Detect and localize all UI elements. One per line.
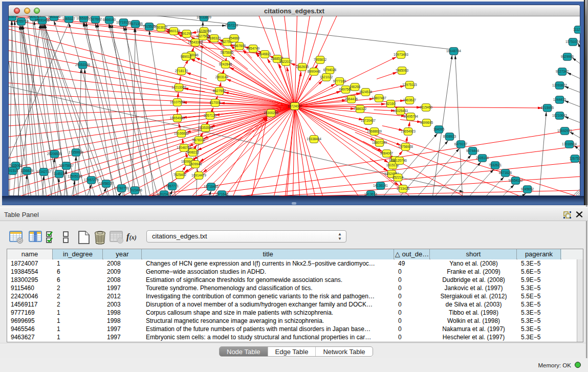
svg-text:746266: 746266 [349, 85, 360, 89]
svg-text:7625402: 7625402 [173, 173, 186, 177]
svg-text:1413614: 1413614 [364, 192, 377, 196]
svg-text:19654983: 19654983 [170, 116, 185, 120]
svg-text:16120746: 16120746 [392, 159, 407, 162]
svg-text:19338454: 19338454 [307, 137, 321, 141]
svg-text:9115460: 9115460 [420, 105, 432, 109]
svg-text:2718170: 2718170 [175, 69, 188, 73]
svg-text:5498222: 5498222 [186, 150, 199, 154]
svg-text:16107553: 16107553 [170, 100, 185, 104]
svg-text:15692971: 15692971 [557, 129, 572, 133]
svg-text:10025453: 10025453 [393, 109, 408, 113]
svg-text:19654923: 19654923 [401, 129, 416, 133]
svg-text:2803144: 2803144 [215, 75, 228, 79]
svg-text:14136141: 14136141 [373, 184, 388, 187]
svg-text:25053346: 25053346 [75, 63, 90, 67]
svg-text:7955812: 7955812 [313, 58, 326, 61]
svg-text:1405571: 1405571 [9, 16, 19, 18]
svg-text:9463627: 9463627 [403, 98, 416, 102]
svg-text:15716485: 15716485 [204, 185, 219, 188]
svg-text:10654112: 10654112 [508, 179, 523, 182]
svg-text:3267130: 3267130 [203, 114, 216, 117]
svg-text:9242848: 9242848 [219, 62, 232, 66]
svg-text:1621022: 1621022 [319, 75, 333, 79]
svg-text:15720407: 15720407 [361, 119, 376, 122]
svg-text:16210643: 16210643 [552, 114, 567, 117]
svg-text:8471626: 8471626 [498, 171, 512, 174]
svg-text:16495794: 16495794 [403, 115, 418, 118]
svg-text:817006: 817006 [209, 101, 221, 104]
svg-text:8186323: 8186323 [207, 36, 221, 40]
svg-text:18724007: 18724007 [287, 104, 302, 108]
svg-text:10688609: 10688609 [367, 129, 382, 133]
svg-text:16033809: 16033809 [197, 16, 211, 19]
svg-text:111213: 111213 [573, 28, 580, 31]
svg-text:16671355: 16671355 [128, 22, 143, 26]
svg-text:8960124: 8960124 [167, 29, 180, 33]
svg-text:1156829: 1156829 [20, 169, 33, 172]
svg-text:6466160: 6466160 [102, 18, 116, 21]
svg-text:6794028: 6794028 [323, 68, 336, 72]
svg-text:9329966: 9329966 [560, 55, 574, 58]
svg-text:19756928: 19756928 [398, 145, 413, 148]
svg-text:10973493: 10973493 [394, 53, 408, 56]
svg-text:8427552: 8427552 [212, 89, 226, 93]
svg-text:8454749: 8454749 [246, 47, 259, 50]
svg-text:2935114: 2935114 [476, 156, 489, 160]
svg-text:5878332: 5878332 [192, 138, 205, 142]
svg-text:8215955: 8215955 [540, 106, 554, 110]
svg-text:1065326: 1065326 [47, 16, 60, 18]
svg-text:9146821: 9146821 [258, 52, 271, 56]
svg-text:9474444: 9474444 [466, 149, 479, 152]
svg-text:62160: 62160 [386, 102, 395, 105]
svg-text:5322037: 5322037 [279, 60, 292, 63]
svg-text:891295: 891295 [181, 32, 192, 35]
svg-text:252214: 252214 [392, 176, 403, 179]
svg-text:114519: 114519 [53, 172, 64, 176]
svg-text:17359924: 17359924 [69, 150, 83, 154]
svg-text:7386322: 7386322 [353, 107, 366, 111]
svg-text:16648784: 16648784 [446, 49, 461, 53]
svg-text:1733426: 1733426 [396, 187, 409, 190]
svg-text:9227342: 9227342 [555, 70, 569, 73]
svg-text:1244415: 1244415 [553, 98, 566, 101]
svg-text:10807487: 10807487 [372, 96, 386, 100]
svg-text:20691406: 20691406 [35, 18, 50, 22]
svg-text:20206535: 20206535 [47, 152, 62, 156]
svg-text:9699695: 9699695 [420, 121, 433, 124]
svg-text:1609948: 1609948 [188, 162, 202, 166]
svg-text:7357224: 7357224 [225, 24, 238, 27]
svg-text:10958107: 10958107 [99, 182, 114, 185]
svg-text:7663822: 7663822 [154, 26, 167, 29]
svg-text:9084067: 9084067 [380, 151, 393, 155]
svg-text:12342737: 12342737 [36, 170, 51, 173]
svg-text:12023446: 12023446 [127, 188, 142, 192]
svg-text:17957275: 17957275 [84, 178, 99, 182]
svg-text:1527602: 1527602 [89, 17, 102, 21]
svg-text:1065327: 1065327 [62, 17, 75, 20]
svg-text:15751074: 15751074 [565, 40, 580, 43]
svg-text:3624534: 3624534 [359, 90, 372, 94]
svg-text:8990448: 8990448 [307, 70, 320, 73]
svg-text:6479197: 6479197 [454, 142, 467, 146]
svg-text:16543362: 16543362 [188, 40, 203, 44]
svg-text:9777169: 9777169 [333, 79, 346, 83]
svg-text:16782759: 16782759 [114, 186, 129, 190]
svg-text:14055714: 14055714 [14, 19, 29, 23]
svg-text:1202344: 1202344 [157, 192, 170, 196]
svg-text:754660: 754660 [228, 36, 239, 40]
svg-text:5875685: 5875685 [220, 51, 233, 54]
svg-text:7485063: 7485063 [395, 69, 408, 72]
svg-text:12975115: 12975115 [402, 83, 417, 86]
svg-text:2967608: 2967608 [232, 44, 246, 48]
svg-text:9245652: 9245652 [520, 187, 534, 191]
svg-text:30975857: 30975857 [59, 164, 74, 167]
svg-text:7632621: 7632621 [488, 163, 502, 167]
svg-text:12213369: 12213369 [171, 85, 186, 89]
svg-text:14353594: 14353594 [198, 126, 213, 129]
svg-text:1362615: 1362615 [295, 65, 309, 69]
svg-text:17016504: 17016504 [562, 142, 577, 146]
svg-text:16914479: 16914479 [191, 173, 206, 177]
svg-text:18807249: 18807249 [372, 141, 387, 144]
svg-text:2364436: 2364436 [344, 97, 358, 101]
svg-text:12505135: 12505135 [68, 174, 82, 178]
